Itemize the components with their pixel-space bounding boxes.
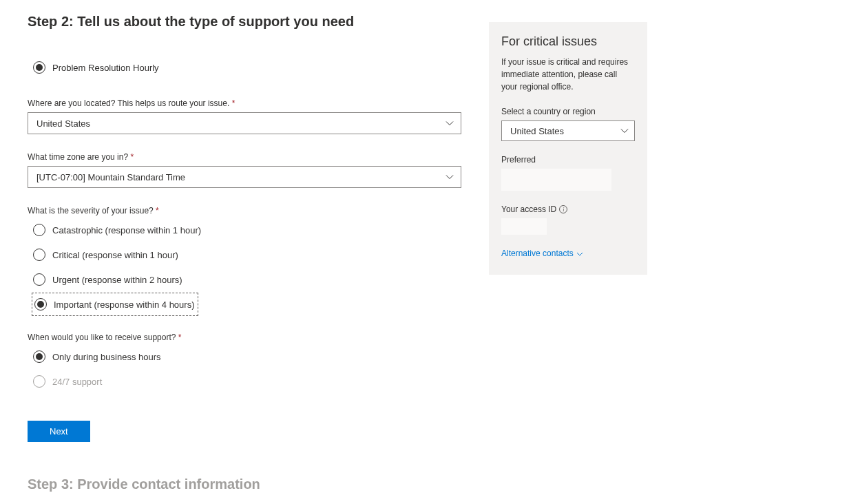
timezone-select[interactable]: [UTC-07:00] Mountain Standard Time bbox=[28, 166, 461, 188]
radio-icon bbox=[34, 298, 47, 311]
preferred-field: Preferred bbox=[501, 155, 635, 191]
location-field: Where are you located? This helps us rou… bbox=[28, 98, 461, 134]
location-select[interactable]: United States bbox=[28, 112, 461, 134]
radio-icon bbox=[33, 273, 45, 286]
radio-icon bbox=[33, 249, 45, 261]
radio-icon bbox=[33, 350, 45, 363]
severity-radio-list: Catastrophic (response within 1 hour) Cr… bbox=[33, 220, 461, 315]
timezone-label: What time zone are you in? * bbox=[28, 152, 461, 162]
side-panel-title: For critical issues bbox=[501, 34, 635, 49]
access-id-label: Your access ID bbox=[501, 204, 556, 214]
access-id-field: Your access ID i bbox=[501, 204, 635, 235]
step-3-title: Step 3: Provide contact information bbox=[28, 476, 461, 492]
support-hours-label: When would you like to receive support? … bbox=[28, 333, 461, 342]
radio-problem-resolution-hourly[interactable]: Problem Resolution Hourly bbox=[33, 57, 461, 78]
chevron-down-icon bbox=[620, 128, 629, 134]
side-country-label: Select a country or region bbox=[501, 107, 635, 116]
side-panel-description: If your issue is critical and requires i… bbox=[501, 56, 635, 93]
main-form-column: Step 2: Tell us about the type of suppor… bbox=[28, 14, 461, 504]
radio-icon bbox=[33, 375, 45, 388]
radio-business-hours[interactable]: Only during business hours bbox=[33, 346, 461, 367]
radio-24-7-support: 24/7 support bbox=[33, 371, 461, 392]
alternative-contacts-link[interactable]: Alternative contacts bbox=[501, 249, 635, 258]
next-button[interactable]: Next bbox=[28, 421, 90, 442]
chevron-down-icon bbox=[446, 120, 454, 126]
info-icon[interactable]: i bbox=[559, 205, 567, 213]
support-hours-radio-list: Only during business hours 24/7 support bbox=[33, 346, 461, 392]
side-country-select[interactable]: United States bbox=[501, 120, 635, 141]
access-id-value-placeholder bbox=[501, 218, 547, 235]
side-country-value: United States bbox=[510, 126, 564, 136]
support-type-group: Problem Resolution Hourly bbox=[33, 57, 461, 78]
step-2-title: Step 2: Tell us about the type of suppor… bbox=[28, 14, 461, 30]
support-hours-field: When would you like to receive support? … bbox=[28, 333, 461, 392]
chevron-down-icon bbox=[576, 249, 583, 258]
timezone-select-value: [UTC-07:00] Mountain Standard Time bbox=[36, 172, 185, 182]
critical-issues-panel: For critical issues If your issue is cri… bbox=[489, 22, 647, 275]
radio-severity-important[interactable]: Important (response within 4 hours) bbox=[33, 294, 197, 315]
location-select-value: United States bbox=[36, 118, 90, 129]
preferred-label: Preferred bbox=[501, 155, 635, 165]
radio-severity-urgent[interactable]: Urgent (response within 2 hours) bbox=[33, 269, 461, 290]
chevron-down-icon bbox=[446, 174, 454, 180]
timezone-field: What time zone are you in? * [UTC-07:00]… bbox=[28, 152, 461, 188]
radio-severity-critical[interactable]: Critical (response within 1 hour) bbox=[33, 244, 461, 265]
preferred-value-placeholder bbox=[501, 169, 611, 191]
radio-label: Problem Resolution Hourly bbox=[52, 63, 159, 73]
radio-icon bbox=[33, 224, 45, 236]
radio-severity-catastrophic[interactable]: Catastrophic (response within 1 hour) bbox=[33, 220, 461, 240]
severity-label: What is the severity of your issue? * bbox=[28, 206, 461, 216]
location-label: Where are you located? This helps us rou… bbox=[28, 98, 461, 108]
severity-field: What is the severity of your issue? * Ca… bbox=[28, 206, 461, 315]
radio-icon bbox=[33, 61, 45, 74]
